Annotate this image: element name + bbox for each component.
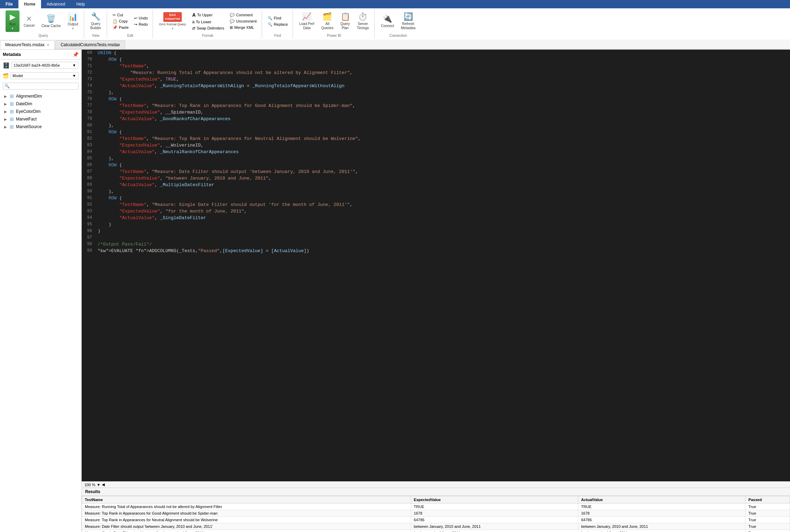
doc-tab-1[interactable]: CalculatedColumnsTests.msdax [55, 40, 125, 49]
find-button[interactable]: 🔍 Find [266, 15, 290, 21]
doc-tab-close-0[interactable]: ✕ [47, 43, 49, 47]
table-cell-passed: True [746, 517, 790, 523]
editor-line: 71 "TestName", [82, 63, 790, 69]
to-lower-button[interactable]: a To Lower [190, 19, 226, 25]
scroll-left-icon[interactable]: ◀ [102, 482, 105, 487]
to-upper-button[interactable]: A To Upper [190, 11, 226, 18]
tab-file[interactable]: File [0, 0, 18, 8]
output-button[interactable]: 📊 Output ▼ [65, 10, 81, 32]
line-content: ROW ( [96, 56, 790, 63]
run-button[interactable]: ▶ Run ▼ [6, 10, 19, 32]
editor-line: 76 ROW ( [82, 96, 790, 102]
tree-item-marvelfact[interactable]: ▶ ⊞ MarvelFact [0, 115, 81, 123]
tree-item-marvelsource[interactable]: ▶ ⊞ MarvelSource [0, 123, 81, 131]
find-label: Find [274, 16, 281, 20]
line-number: 86 [82, 162, 96, 168]
server-timings-icon: ⏱️ [358, 12, 367, 21]
cut-button[interactable]: ✂ Cut [111, 12, 131, 18]
undo-button[interactable]: ↩ Undo [132, 15, 150, 21]
query-plan-button[interactable]: 📋 Query Plan [337, 10, 352, 32]
paste-button[interactable]: 📌 Paste [111, 25, 131, 31]
replace-icon: 🔍 [268, 22, 272, 27]
line-number: 89 [82, 182, 96, 188]
table-cell-passed: True [746, 523, 790, 530]
line-content: "TestName", "Measure: Top Rank in Appear… [96, 102, 790, 109]
code-editor[interactable]: 69UNION (70 ROW (71 "TestName",72 "Measu… [82, 50, 790, 481]
connect-icon: 🔌 [383, 14, 392, 23]
editor-line: 77 "TestName", "Measure: Top Rank in App… [82, 102, 790, 109]
editor-line: 85 ), [82, 155, 790, 162]
uncomment-button[interactable]: 💬 Uncomment [228, 18, 259, 24]
line-content [96, 234, 790, 241]
query-builder-label: Query Builder [90, 22, 101, 30]
tree-item-eyecolordim[interactable]: ▶ ⊞ EyeColorDim [0, 108, 81, 115]
all-queries-button[interactable]: 🗂️ All Queries [318, 10, 336, 32]
tree-item-datedim[interactable]: ▶ ⊞ DateDim [0, 100, 81, 108]
load-perf-label: Load Perf Data [299, 22, 314, 30]
load-perf-data-button[interactable]: 📈 Load Perf Data [296, 10, 317, 32]
redo-button[interactable]: ↪ Redo [132, 22, 150, 27]
copy-label: Copy [119, 19, 128, 23]
editor-line: 84 "ActualValue", _NeutralRankofCharAppe… [82, 149, 790, 155]
line-number: 75 [82, 89, 96, 96]
query-group-label: Query [3, 34, 84, 38]
editor-line: 83 "ExpectedValue", __WolverineID, [82, 142, 790, 149]
tab-home[interactable]: Home [18, 0, 41, 8]
server-timings-button[interactable]: ⏱️ Server Timings [354, 10, 372, 32]
expand-icon: ▶ [4, 102, 8, 106]
undo-label: Undo [139, 16, 148, 20]
replace-button[interactable]: 🔍 Replace [266, 22, 290, 27]
table-cell-expectedvalue: 1678 [411, 510, 578, 517]
connect-button[interactable]: 🔌 Connect [378, 10, 397, 32]
tree-item-label: AlignmentDim [16, 94, 42, 99]
query-builder-button[interactable]: 🔧 Query Builder [88, 10, 104, 32]
tree-item-label: EyeColorDim [16, 109, 41, 114]
merge-xml-label: Merge XML [234, 25, 254, 30]
editor-line: 69UNION ( [82, 50, 790, 56]
results-table-wrap[interactable]: TestName ExpectedValue ActualValue Passe… [82, 496, 790, 532]
editor-line: 70 ROW ( [82, 56, 790, 63]
doc-tab-0[interactable]: MeasureTests.msdax ✕ [0, 40, 55, 49]
line-content: ), [96, 89, 790, 96]
connection-value: 13a31687-ba24-4920-8b5e [14, 63, 60, 67]
ribbon-group-connection: 🔌 Connect 🔄 Refresh Metadata Connection [375, 10, 421, 38]
tab-advanced[interactable]: Advanced [41, 0, 71, 8]
tab-help[interactable]: Help [71, 0, 90, 8]
swap-delimiters-button[interactable]: ⇄ Swap Delimiters [190, 25, 226, 31]
line-number: 78 [82, 109, 96, 116]
format-group-label: Format [154, 34, 261, 38]
connection-select: 🗄️ 13a31687-ba24-4920-8b5e ▼ [3, 62, 79, 69]
line-content: ), [96, 122, 790, 129]
line-number: 83 [82, 142, 96, 149]
merge-xml-button[interactable]: ⊞ Merge XML [228, 25, 259, 31]
line-number: 87 [82, 168, 96, 175]
cancel-button[interactable]: ✕ Cancel [21, 10, 37, 32]
line-content: "ActualValue", _MultipleDatesFilter [96, 182, 790, 188]
redo-icon: ↪ [134, 22, 137, 27]
line-number: 82 [82, 135, 96, 142]
dax-format-button[interactable]: DAXFORMATTER DAX Format Query ▼ [156, 10, 189, 32]
ribbon-group-edit: ✂ Cut 📋 Copy 📌 Paste ↩ Undo [108, 10, 153, 38]
line-content: UNION ( [96, 50, 790, 56]
refresh-metadata-label: Refresh Metadata [401, 22, 416, 30]
line-content: /*Output Pass/Fail*/ [96, 241, 790, 248]
copy-button[interactable]: 📋 Copy [111, 18, 131, 24]
model-dropdown[interactable]: Model ▼ [10, 72, 79, 79]
editor-line: 90 ), [82, 188, 790, 195]
table-icon: ⊞ [10, 101, 14, 107]
line-content: ) [96, 221, 790, 228]
ribbon-group-powerbi: 📈 Load Perf Data 🗂️ All Queries 📋 Query … [294, 10, 375, 38]
comment-button[interactable]: 💬 Comment [228, 12, 259, 18]
zoom-dropdown-icon[interactable]: ▼ [97, 483, 100, 487]
sidebar-pin-button[interactable]: 📌 [73, 52, 79, 57]
search-input[interactable] [10, 84, 77, 88]
clear-cache-button[interactable]: 🗑️ Clear Cache [39, 10, 64, 32]
tree-item-alignmentdim[interactable]: ▶ ⊞ AlignmentDim [0, 92, 81, 100]
table-row: Measure: Running Total of Appearances sh… [82, 504, 790, 510]
editor-line: 95 ) [82, 221, 790, 228]
line-number: 71 [82, 63, 96, 69]
refresh-metadata-button[interactable]: 🔄 Refresh Metadata [398, 10, 418, 32]
connection-dropdown[interactable]: 13a31687-ba24-4920-8b5e ▼ [11, 62, 79, 69]
editor-line: 75 ), [82, 89, 790, 96]
line-number: 80 [82, 122, 96, 129]
